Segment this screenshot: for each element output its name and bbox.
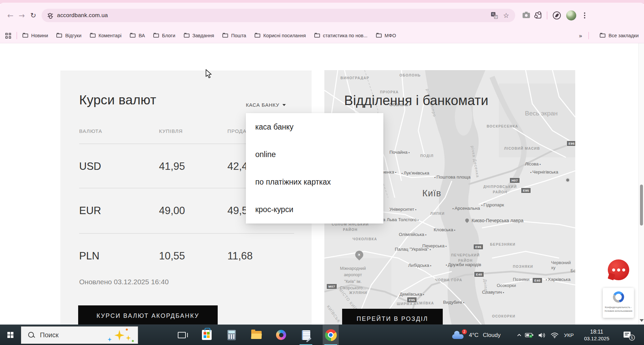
browser-toolbar: ← → ↻ accordbank.com.ua G文 ☆ [0,3,644,28]
dropdown-item[interactable]: каса банку [246,113,383,141]
bookmark-star-icon[interactable]: ☆ [503,11,509,19]
map-label: E95 [521,188,531,193]
folder-icon [376,34,382,38]
map-section-button[interactable]: ПЕРЕЙТИ В РОЗДІЛ [342,309,443,326]
copilot-button[interactable] [273,325,289,345]
notepad-button[interactable] [298,325,314,345]
scrollbar-down-arrow[interactable] [640,319,644,322]
apps-grid-icon[interactable] [5,33,11,39]
tray-network[interactable] [549,325,559,345]
map-label: ЖУЛЯНИ [349,290,367,296]
dropdown-item[interactable]: крос-курси [246,196,383,223]
back-icon[interactable]: ← [5,10,16,21]
toolbar-separator [547,11,547,19]
rates-section-button[interactable]: КУРСИ ВАЛЮТ АКОРДБАНКУ [78,305,218,326]
map-label: E95 [407,297,417,303]
bookmark-folder[interactable]: Пошта [222,33,246,38]
folder-icon [314,34,320,38]
forward-icon[interactable]: → [16,10,28,21]
bookmark-folder[interactable]: Коментарі [90,33,121,38]
folder-icon [255,34,260,38]
copilot-icon [276,330,286,340]
address-bar[interactable]: accordbank.com.ua G文 ☆ [42,9,515,22]
file-explorer-button[interactable] [248,325,264,345]
map-label: БЕРЕЗНЯКИ [490,242,516,247]
tray-notifications[interactable]: 5 [620,325,636,345]
map-label: Києво-Печерська лавра [465,218,523,223]
microsoft-store-icon [202,330,212,340]
folder-icon [56,34,62,38]
page-scrollbar[interactable] [638,43,644,325]
bookmark-folder[interactable]: Завдання [184,33,214,38]
map-fullscreen-control[interactable]: Весь экран [525,110,558,117]
taskbar-search[interactable] [21,326,138,344]
bookmark-folder[interactable]: МФО [376,33,396,38]
browser-menu-icon[interactable] [582,12,588,19]
bookmarks-overflow-icon[interactable]: » [579,32,582,39]
map-label: Деміївська [399,292,424,297]
bookmark-label: Пошта [231,33,246,38]
folder-icon [22,34,28,38]
bookmarks-separator [16,32,17,39]
clock-time: 18:11 [584,328,609,336]
camera-icon[interactable] [523,13,530,18]
chat-dots-icon [608,259,629,280]
store-button[interactable] [199,325,215,345]
file-explorer-icon [251,331,262,339]
col-buy: КУПІВЛЯ [159,128,183,134]
map-label: ДНІПРОВСЬКИЙ РАЙОН [483,184,517,195]
site-controls-icon[interactable] [48,12,54,19]
bookmark-folder[interactable]: статистика по нов... [314,33,368,38]
map-label: H07 [509,178,520,183]
task-view-button[interactable] [174,325,190,345]
tray-clock[interactable]: 18:11 03.12.2025 [578,325,615,345]
bookmark-folder[interactable]: ВА [130,33,145,38]
taskbar-weather[interactable]: 2 4°C Cloudy [452,325,500,345]
weather-text: 4°C Cloudy [469,332,500,339]
tray-language[interactable]: УКР [561,325,576,345]
map-label: Арсенальна [452,206,480,211]
weather-temp: 4°C [469,332,479,339]
dropdown-item[interactable]: online [246,141,383,168]
folder-icon [130,34,136,38]
notepad-icon [302,330,310,340]
scrollbar-thumb[interactable] [640,185,643,226]
recaptcha-badge[interactable]: Конфиденциальность - Условия использован… [603,288,634,318]
start-button[interactable] [0,325,21,345]
reload-icon[interactable]: ↻ [28,10,39,21]
web-page: Курси валют КАСА БАНКУ ВАЛЮТА КУПІВЛЯ ПР… [0,43,644,325]
dropdown-item[interactable]: по платіжних картках [246,168,383,196]
map-label: E95 [567,141,575,146]
all-bookmarks-button[interactable]: Все закладки [600,33,639,38]
map-label: E40 [474,272,484,277]
bookmark-folder[interactable]: Блоги [153,33,175,38]
tray-battery[interactable] [524,325,535,345]
sell-value: 49,5 [227,205,248,217]
url-text[interactable]: accordbank.com.ua [57,12,108,19]
bookmark-folder[interactable]: Відгуки [56,33,81,38]
map-label: ЛИПКИ [430,211,445,216]
chat-widget-button[interactable] [608,259,630,281]
calculator-button[interactable] [223,325,239,345]
bookmark-folder[interactable]: Новини [22,33,48,38]
bookmark-folder[interactable]: Корисні посилання [255,33,306,38]
search-input[interactable] [40,331,90,339]
performance-leaf-icon[interactable] [553,11,561,19]
translate-icon[interactable]: G文 [491,12,498,19]
chrome-button[interactable] [323,325,339,345]
bookmark-items: Новини Відгуки Коментарі ВА [22,33,396,38]
profile-avatar[interactable] [566,10,576,20]
map-label: Дружби народів [446,262,481,267]
bookmark-label: Корисні посилання [263,33,306,38]
rates-updated-timestamp: Оновлено 03.12.2025 16:40 [79,278,169,286]
tray-volume[interactable] [537,325,547,345]
folder-icon [600,34,605,38]
map-label: Лісова [525,161,541,166]
buy-value: 10,55 [159,250,185,262]
speaker-icon [538,332,546,338]
rates-mode-selector[interactable]: КАСА БАНКУ [246,102,286,108]
task-view-icon [178,332,186,338]
tray-chevron-button[interactable] [515,325,523,345]
extensions-icon[interactable] [535,12,541,18]
map-label: ЧОРНА ГОРА [435,278,462,283]
